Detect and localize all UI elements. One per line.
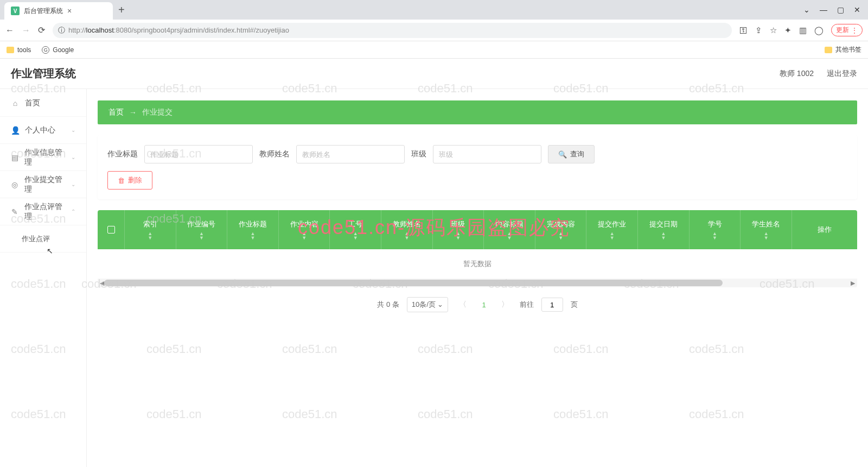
chevron-down-icon[interactable]: ⌄ [803, 5, 810, 14]
new-tab-button[interactable]: + [113, 4, 130, 16]
input-teacher[interactable] [296, 145, 405, 163]
main-content: 首页 → 作业提交 作业标题 教师姓名 班级 🔍 查询 🗑 删除 [87, 59, 868, 467]
close-window-icon[interactable]: ✕ [854, 5, 860, 14]
profile-icon[interactable]: ◯ [814, 26, 824, 35]
extensions-icon[interactable]: ✦ [784, 26, 792, 35]
close-tab-icon[interactable]: × [67, 7, 72, 15]
table-header: 索引▲▼ 作业编号▲▼ 作业标题▲▼ 作业内容▲▼ 工号▲▼ 教师姓名▲▼ 班级… [98, 210, 857, 249]
th-hw-no[interactable]: 作业编号▲▼ [176, 210, 228, 249]
table-empty: 暂无数据 [98, 249, 857, 279]
sidebar-item-hw-review-sub[interactable]: 作业点评 [0, 225, 86, 253]
scrollbar-thumb[interactable] [104, 280, 723, 286]
th-checkbox[interactable] [98, 210, 125, 249]
th-class[interactable]: 班级▲▼ [433, 210, 484, 249]
next-page-button[interactable]: 〉 [498, 300, 512, 310]
th-student-no[interactable]: 学号▲▼ [690, 210, 741, 249]
th-submit-date[interactable]: 提交日期▲▼ [638, 210, 690, 249]
th-teacher[interactable]: 教师姓名▲▼ [381, 210, 433, 249]
prev-page-button[interactable]: 〈 [456, 300, 470, 310]
user-icon: 👤 [11, 126, 20, 135]
bookmarks-bar: tools G Google 其他书签 [0, 41, 868, 59]
th-hw-content[interactable]: 作业内容▲▼ [279, 210, 330, 249]
scroll-right-icon[interactable]: ▶ [850, 279, 856, 287]
pagination-total: 共 0 条 [377, 300, 399, 310]
query-button[interactable]: 🔍 查询 [548, 145, 595, 163]
sidebar-item-profile[interactable]: 👤 个人中心 ⌄ [0, 117, 86, 144]
label-class: 班级 [411, 149, 426, 159]
bookmark-tools[interactable]: tools [7, 46, 31, 54]
th-hw-title[interactable]: 作业标题▲▼ [227, 210, 279, 249]
tab-title: 后台管理系统 [24, 7, 63, 16]
url-text: http://localhost:8080/springboot4prsj/ad… [68, 26, 726, 34]
minimize-icon[interactable]: — [820, 5, 827, 14]
th-submit-hw[interactable]: 提交作业▲▼ [586, 210, 638, 249]
nav-right: ⚿ ⇪ ☆ ✦ ▥ ◯ 更新⋮ [739, 24, 863, 36]
pagination: 共 0 条 10条/页 ⌄ 〈 1 〉 前往 页 [98, 287, 857, 322]
logout-link[interactable]: 退出登录 [827, 69, 857, 79]
sidepanel-icon[interactable]: ▥ [799, 26, 807, 35]
key-icon[interactable]: ⚿ [739, 26, 748, 35]
data-table: 索引▲▼ 作业编号▲▼ 作业标题▲▼ 作业内容▲▼ 工号▲▼ 教师姓名▲▼ 班级… [98, 210, 857, 287]
address-bar[interactable]: ⓘ http://localhost:8080/springboot4prsj/… [53, 23, 732, 38]
vue-favicon-icon: V [11, 7, 20, 15]
share-icon[interactable]: ⇪ [755, 26, 762, 35]
forward-icon[interactable]: → [22, 26, 30, 35]
breadcrumb-current: 作业提交 [142, 108, 173, 117]
breadcrumb-home[interactable]: 首页 [108, 108, 124, 117]
th-content-title[interactable]: 内容标题▲▼ [484, 210, 535, 249]
update-button[interactable]: 更新⋮ [831, 24, 863, 36]
bookmark-google[interactable]: G Google [42, 46, 74, 54]
th-done-content[interactable]: 完成内容▲▼ [535, 210, 587, 249]
chevron-down-icon: ⌄ [437, 300, 443, 308]
sort-icon: ▲▼ [764, 231, 769, 240]
globe-icon: G [42, 46, 49, 54]
sort-icon: ▲▼ [404, 231, 409, 240]
sort-icon: ▲▼ [558, 231, 563, 240]
sort-icon: ▲▼ [610, 231, 615, 240]
app-user-area: 教师 1002 退出登录 [780, 69, 857, 79]
user-role[interactable]: 教师 1002 [780, 69, 814, 79]
chevron-down-icon: ⌄ [71, 154, 75, 160]
sidebar-item-home[interactable]: ⌂ 首页 [0, 90, 86, 117]
sort-icon: ▲▼ [302, 231, 307, 240]
jump-label: 前往 [520, 300, 534, 310]
th-student-name[interactable]: 学生姓名▲▼ [741, 210, 792, 249]
sort-icon: ▲▼ [712, 231, 717, 240]
horizontal-scrollbar[interactable]: ◀ ▶ [98, 279, 857, 287]
input-class[interactable] [433, 145, 541, 163]
star-icon[interactable]: ☆ [770, 26, 777, 35]
nav-bar: ← → ⟳ ⓘ http://localhost:8080/springboot… [0, 20, 868, 41]
sort-icon: ▲▼ [199, 231, 204, 240]
window-controls: ⌄ — ▢ ✕ [796, 5, 868, 14]
arrow-icon: → [129, 108, 137, 117]
other-bookmarks[interactable]: 其他书签 [825, 45, 861, 54]
sidebar-item-hw-info[interactable]: ▤ 作业信息管理 ⌄ [0, 144, 86, 171]
chevron-down-icon: ⌄ [71, 127, 75, 133]
sidebar-item-hw-review[interactable]: ✎ 作业点评管理 ⌃ [0, 198, 86, 225]
search-panel: 作业标题 教师姓名 班级 🔍 查询 🗑 删除 [98, 135, 857, 199]
maximize-icon[interactable]: ▢ [837, 5, 844, 14]
sort-icon: ▲▼ [661, 231, 666, 240]
current-page[interactable]: 1 [477, 301, 490, 309]
folder-icon [825, 47, 832, 53]
sort-icon: ▲▼ [353, 231, 358, 240]
th-staff-no[interactable]: 工号▲▼ [330, 210, 381, 249]
browser-tab[interactable]: V 后台管理系统 × [4, 2, 113, 20]
sidebar-item-hw-submit[interactable]: ◎ 作业提交管理 ⌄ [0, 171, 86, 198]
info-icon[interactable]: ⓘ [58, 26, 65, 35]
sidebar: ⌂ 首页 👤 个人中心 ⌄ ▤ 作业信息管理 ⌄ ◎ 作业提交管理 ⌄ ✎ 作业… [0, 59, 87, 467]
label-teacher: 教师姓名 [259, 149, 290, 159]
reload-icon[interactable]: ⟳ [38, 25, 45, 35]
form-icon: ▤ [11, 153, 19, 162]
app-header: 作业管理系统 教师 1002 退出登录 [0, 59, 868, 89]
search-icon: 🔍 [558, 150, 567, 159]
sort-icon: ▲▼ [251, 231, 256, 240]
delete-button[interactable]: 🗑 删除 [107, 171, 152, 190]
breadcrumb: 首页 → 作业提交 [98, 100, 857, 124]
page-size-select[interactable]: 10条/页 ⌄ [407, 297, 449, 312]
back-icon[interactable]: ← [5, 26, 14, 35]
page-suffix: 页 [571, 300, 578, 310]
th-index[interactable]: 索引▲▼ [125, 210, 176, 249]
input-title[interactable] [144, 145, 253, 163]
jump-input[interactable] [541, 298, 563, 312]
